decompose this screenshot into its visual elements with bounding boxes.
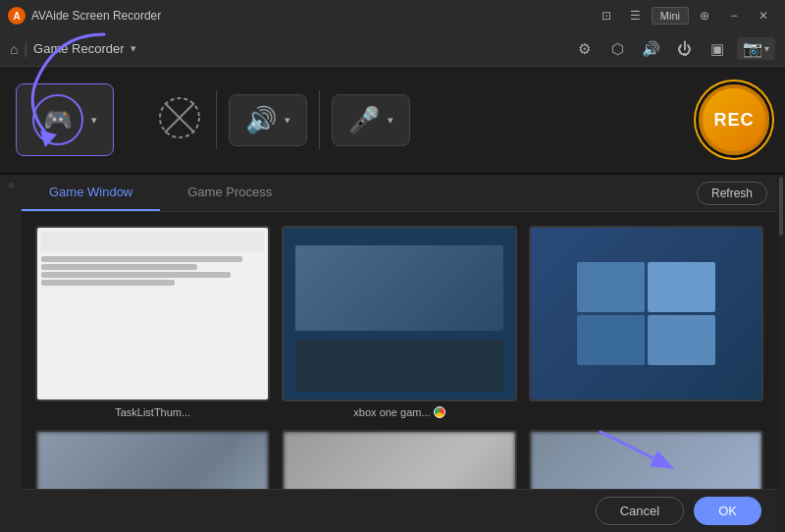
display-icon[interactable]: ▣	[704, 35, 731, 63]
power-icon[interactable]: ⏻	[670, 35, 698, 63]
panel-area: ≡ Game Window Game Process Refresh	[0, 175, 785, 532]
list-item[interactable]	[529, 430, 763, 489]
mic-chevron[interactable]: ▾	[388, 114, 393, 127]
audio-settings-icon[interactable]: 🔊	[637, 35, 664, 63]
controls-separator	[216, 90, 217, 149]
audio-source-card[interactable]: 🔊 ▾	[229, 94, 307, 146]
camera-icon: 📷	[743, 39, 762, 58]
toolbar: ⌂ | Game Recorder ▾ ⚙ ⬡ 🔊 ⏻ ▣ 📷 ▾	[0, 31, 785, 67]
app-title: AVAide Screen Recorder	[31, 9, 161, 23]
pin-btn[interactable]: ⊕	[691, 5, 718, 27]
camera-btn[interactable]: 📷 ▾	[737, 37, 775, 60]
thumb-tasklist[interactable]	[35, 226, 270, 401]
audio-chevron[interactable]: ▾	[285, 114, 290, 127]
item-label: TaskListThum...	[115, 406, 190, 418]
refresh-button[interactable]: Refresh	[697, 182, 767, 205]
recorder-title: Game Recorder	[33, 41, 124, 56]
sq1	[577, 262, 645, 312]
camera-chevron: ▾	[764, 43, 769, 54]
target-icon	[155, 93, 204, 142]
sq2	[648, 262, 715, 312]
scrollbar[interactable]	[777, 175, 785, 532]
sq4	[648, 315, 715, 365]
export-icon[interactable]: ⬡	[603, 35, 631, 63]
settings-icon[interactable]: ⚙	[570, 35, 598, 63]
chrome-badge-icon	[434, 406, 445, 418]
minimize-btn[interactable]: −	[720, 5, 748, 27]
thumb-blue-squares[interactable]	[529, 226, 763, 401]
rec-button[interactable]: REC	[699, 84, 769, 155]
tab-game-window[interactable]: Game Window	[22, 175, 160, 211]
title-bar-right: ⊡ ☰ Mini ⊕ − ✕	[593, 5, 777, 27]
audio-icon: 🔊	[245, 105, 277, 135]
thumb-blur1[interactable]	[35, 430, 270, 489]
target-wrapper	[155, 93, 204, 146]
menu-btn[interactable]: ☰	[622, 5, 650, 27]
thumb-blur3[interactable]	[529, 430, 763, 489]
rec-label: REC	[713, 110, 754, 131]
thumb-blur2[interactable]	[282, 430, 516, 489]
thumb-blur1-pattern	[37, 432, 268, 489]
thumb-xbox-pattern	[284, 228, 514, 399]
game-source-wrapper: 🎮 ▾	[16, 83, 114, 156]
list-item[interactable]	[529, 226, 763, 418]
item-label: xbox one gam...	[353, 406, 445, 418]
sq3	[577, 315, 645, 365]
main-panel: Game Window Game Process Refresh	[22, 175, 777, 532]
list-item[interactable]: TaskListThum...	[35, 226, 270, 418]
home-btn[interactable]: ⌂	[10, 41, 18, 57]
thumb-blur3-pattern	[531, 432, 761, 489]
mic-icon: 🎤	[348, 105, 380, 135]
window-grid: TaskListThum... xbox one gam...	[22, 212, 777, 489]
scrollbar-thumb[interactable]	[779, 177, 783, 236]
game-icon-circle: 🎮	[32, 94, 83, 145]
thumb-xbox[interactable]	[282, 226, 516, 401]
side-icon: ≡	[6, 183, 17, 188]
thumb-tasklist-pattern	[37, 228, 268, 399]
mini-btn[interactable]: Mini	[652, 7, 689, 25]
thumb-blue-pattern	[531, 228, 761, 399]
app-icon: A	[8, 7, 26, 25]
thumb-squares-grid	[577, 262, 715, 365]
tab-game-process[interactable]: Game Process	[160, 175, 299, 211]
title-bar: A AVAide Screen Recorder ⊡ ☰ Mini ⊕ − ✕	[0, 0, 785, 31]
list-item[interactable]: xbox one gam...	[282, 226, 516, 418]
mic-source-card[interactable]: 🎤 ▾	[332, 94, 410, 146]
title-bar-left: A AVAide Screen Recorder	[8, 7, 161, 25]
recorder-chevron[interactable]: ▾	[131, 42, 136, 55]
list-item[interactable]	[282, 430, 516, 489]
list-item[interactable]	[35, 430, 270, 489]
game-controller-icon: 🎮	[43, 106, 73, 133]
captions-btn[interactable]: ⊡	[593, 5, 620, 27]
footer: Cancel OK	[22, 489, 777, 532]
toolbar-separator: |	[24, 41, 27, 57]
tab-bar: Game Window Game Process Refresh	[22, 175, 777, 212]
recording-controls: 🎮 ▾ 🔊 ▾ 🎤 ▾ REC	[0, 67, 785, 175]
controls-separator-2	[319, 90, 320, 149]
side-indicator: ≡	[0, 175, 22, 532]
close-btn[interactable]: ✕	[750, 5, 777, 27]
ok-button[interactable]: OK	[694, 497, 761, 525]
game-source-card[interactable]: 🎮 ▾	[16, 83, 114, 156]
game-source-chevron[interactable]: ▾	[91, 114, 97, 127]
thumb-blur2-pattern	[284, 432, 514, 489]
cancel-button[interactable]: Cancel	[596, 497, 684, 525]
